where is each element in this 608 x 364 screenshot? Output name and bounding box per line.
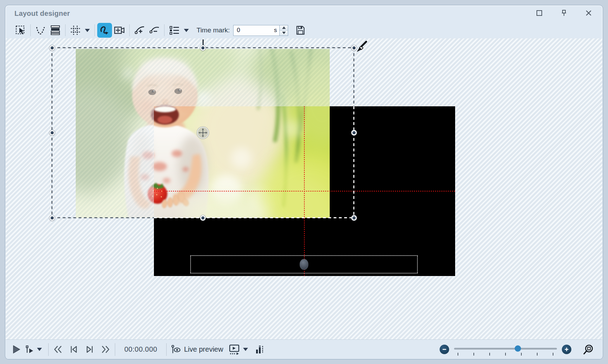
play-button[interactable] [11,345,21,354]
selection-edge-bottom-left[interactable] [52,217,154,218]
handle-mid-left[interactable] [50,130,55,136]
toolbar: Time mark: s [13,21,308,39]
seek-end-button[interactable] [100,344,111,354]
trajectory-icon [99,24,111,36]
live-preview-icon [171,345,181,354]
grid-icon [70,25,81,36]
remove-point-icon [149,25,160,36]
maximize-button[interactable] [534,8,544,18]
spinner-up-icon [282,26,286,29]
toolbar-separator [30,24,31,36]
brush-cursor-icon [354,40,368,54]
play-from-mark-icon [25,345,34,354]
transport-separator [115,343,115,356]
frame-order-button[interactable] [48,23,63,38]
trajectory-button[interactable] [97,23,112,38]
toolbar-separator [94,24,95,36]
rotation-stem [203,39,204,45]
window-controls [534,8,594,18]
curve-icon [35,25,46,36]
move-handle[interactable] [197,127,209,139]
live-preview-toggle[interactable]: Live preview [171,345,223,354]
move-arrows-icon [198,128,207,137]
camera-frame-icon [114,25,125,36]
play-icon [11,345,21,354]
render-stats-button[interactable] [255,345,265,354]
spinner-up-button[interactable] [280,25,288,30]
handle-top-left[interactable] [50,45,55,51]
handle-bottom-right[interactable] [352,215,357,221]
save-layout-button[interactable] [293,23,308,38]
edit-curve-button[interactable] [33,23,48,38]
transport-bar: 00:00.000 Live preview [6,339,602,359]
pin-icon [560,9,568,17]
layout-canvas[interactable] [6,38,602,340]
time-mark-spinner [280,25,288,36]
baby-photo [154,106,330,218]
list-icon [169,25,180,36]
handle-bottom-mid[interactable] [200,215,206,221]
layers-icon [50,25,61,36]
add-point-button[interactable] [132,23,147,38]
seek-next-button[interactable] [85,344,95,354]
center-guide-horizontal [154,191,455,192]
preview-mode-icon [229,344,240,355]
zoom-slider-thumb[interactable] [515,345,521,352]
preview-mode-button[interactable] [229,344,240,355]
toolbar-separator [164,24,165,36]
toolbar-separator [129,24,130,36]
minus-icon [442,347,447,352]
time-display: 00:00.000 [124,345,157,353]
zoom-slider-ticks [458,353,553,356]
pin-button[interactable] [559,8,569,18]
preview-mode-dropdown[interactable] [243,348,248,351]
close-button[interactable] [584,8,594,18]
zoom-slider-track[interactable] [454,348,557,350]
time-mark-unit: s [274,27,277,34]
selection-edge-bottom-right[interactable] [154,217,354,218]
render-stats-icon [255,345,265,354]
transport-separator [48,343,49,356]
image-in-frame [154,106,330,218]
play-from-mark-button[interactable] [25,345,34,354]
grid-dropdown[interactable] [85,29,90,32]
select-tool-icon [15,25,26,36]
close-icon [585,9,593,17]
frame-list-dropdown[interactable] [184,29,189,32]
time-mark-input[interactable] [236,26,273,34]
handle-mid-right[interactable] [352,130,357,136]
maximize-icon [535,9,543,17]
time-mark-control: s [233,25,288,36]
play-options-dropdown[interactable] [37,348,42,351]
seek-prev-icon [69,344,79,354]
frame-pan-zoom-button[interactable] [112,23,127,38]
save-icon [295,25,306,36]
zoom-in-button[interactable] [562,345,571,354]
grid-button[interactable] [68,23,83,38]
time-mark-box: s [233,25,280,36]
text-frame-handle[interactable] [300,259,309,270]
spinner-down-icon [282,32,286,34]
time-mark-label: Time mark: [197,26,230,34]
select-frames-button[interactable] [13,23,28,38]
zoom-slider[interactable] [454,344,557,356]
fit-to-window-button[interactable] [583,344,594,355]
window-title: Layout designer [14,10,70,18]
live-preview-label: Live preview [184,345,223,353]
seek-prev-button[interactable] [69,344,79,354]
frame-list-button[interactable] [167,23,182,38]
selection-edge-right-upper[interactable] [353,48,354,106]
remove-point-button[interactable] [147,23,162,38]
seek-start-icon [53,344,63,354]
add-point-icon [134,25,145,36]
selection-edge-right-lower[interactable] [353,106,354,218]
spinner-down-button[interactable] [280,30,288,36]
plus-icon [564,347,569,352]
seek-start-button[interactable] [53,344,63,354]
magnifier-fit-icon [583,344,594,355]
seek-end-icon [100,344,111,354]
handle-bottom-left[interactable] [50,215,55,221]
layout-designer-window: Layout designer [5,5,603,359]
handle-top-mid[interactable] [200,45,206,51]
zoom-out-button[interactable] [440,345,449,354]
